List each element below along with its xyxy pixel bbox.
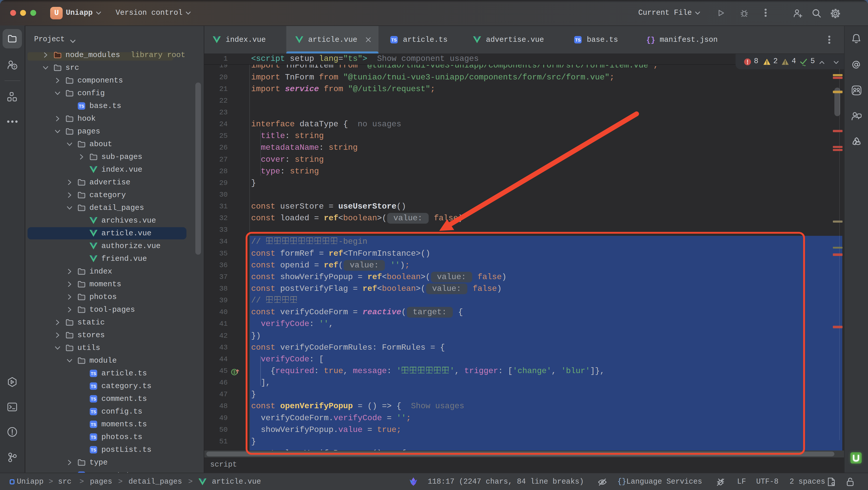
svg-text:?: ? <box>13 65 16 69</box>
